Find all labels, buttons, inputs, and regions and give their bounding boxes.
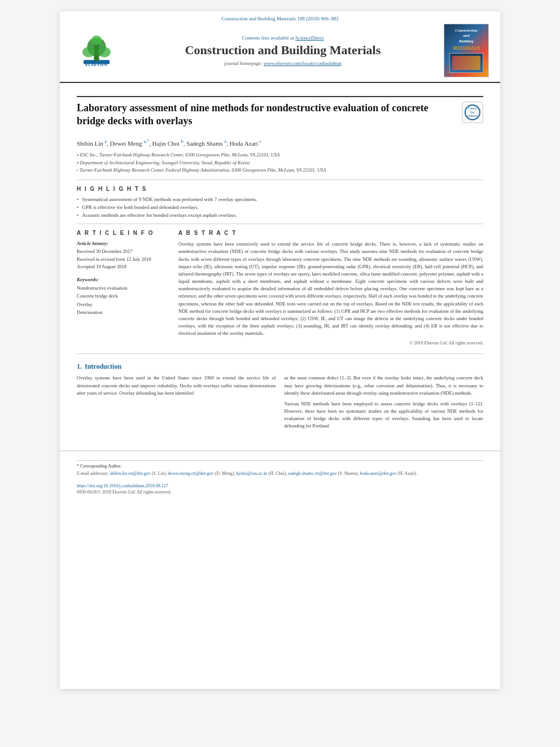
cover-title-construction: Construction and Building <box>455 28 477 43</box>
article-title: Laboratory assessment of nine methods fo… <box>77 102 456 128</box>
keywords-section: Keywords: Nondestructive evaluation Conc… <box>77 277 170 317</box>
aff-sup-c: c <box>77 167 78 173</box>
affiliation-c: c Turner-Fairbank Highway Research Cente… <box>77 167 483 174</box>
article-history: Article history: Received 30 December 20… <box>77 241 170 271</box>
article-history-label: Article history: <box>77 241 170 246</box>
highlight-text-3: Acoustic methods are effective for bonde… <box>82 212 237 218</box>
article-info-header: A R T I C L E I N F O <box>77 230 170 236</box>
highlight-item-2: • GPR is effective for both bonded and d… <box>77 204 483 210</box>
elsevier-tree-icon: ELSEVIER <box>77 34 116 68</box>
affiliation-c-text: Turner-Fairbank Highway Research Center,… <box>80 167 326 174</box>
affiliation-b: b Department of Architectural Engineerin… <box>77 159 483 167</box>
corresponding-note: * Corresponding Author. <box>77 464 483 469</box>
received-date: Received 30 December 2017 <box>77 248 170 256</box>
introduction-section: 1. Introduction Overlay systems have bee… <box>77 362 483 433</box>
doi-link[interactable]: https://doi.org/10.1016/j.conbuildmat.20… <box>77 483 168 488</box>
highlight-item-1: • Systematical assessment of 9 NDE metho… <box>77 196 483 202</box>
intro-col-left: Overlay systems have been used in the Un… <box>77 374 276 433</box>
aff-sup-a: a <box>77 152 79 158</box>
intro-section-title: Introduction <box>85 362 121 371</box>
email-dewei-name: (D. Meng), <box>215 471 235 476</box>
journal-homepage: journal homepage: www.elsevier.com/locat… <box>128 60 438 66</box>
check-updates-badge: Checkforupdates <box>462 102 483 123</box>
journal-title: Construction and Building Materials <box>128 43 438 58</box>
sciencedirect-link: Contents lists available at ScienceDirec… <box>128 35 438 41</box>
sup-c: c <box>260 139 262 144</box>
intro-para-1: Overlay systems have been used in the Un… <box>77 374 276 397</box>
check-updates-icon: Checkforupdates <box>465 104 480 120</box>
highlight-text-2: GPR is effective for both bonded and deb… <box>82 204 199 210</box>
email-label: E-mail addresses: <box>77 471 109 476</box>
journal-center: Contents lists available at ScienceDirec… <box>122 35 444 65</box>
email-hoda-name: (H. Azari). <box>397 471 417 476</box>
intro-col-right: as the most common defect [1–3]. But eve… <box>285 374 484 433</box>
highlight-text-1: Systematical assessment of 9 NDE methods… <box>82 196 257 202</box>
email-dewei[interactable]: dewei.meng.ctr@dot.gov <box>168 471 214 476</box>
highlight-item-3: • Acoustic methods are effective for bon… <box>77 212 483 218</box>
sup-a2: a,* <box>143 139 149 144</box>
journal-cover-image: Construction and Building MATERIALS <box>444 24 489 77</box>
affiliation-a: a ESC Inc., Turner-Fairbank Highway Rese… <box>77 151 483 159</box>
authors-line: Shibin Lin a, Dewei Meng a,*, Hajin Choi… <box>77 138 483 148</box>
keywords-label: Keywords: <box>77 277 170 282</box>
elsevier-logo: ELSEVIER <box>71 34 122 68</box>
page-footer: * Corresponding Author. E-mail addresses… <box>60 451 500 500</box>
keyword-3: Overlay <box>77 300 170 308</box>
sup-b: b <box>181 139 183 144</box>
abstract-col: A B S T R A C T Overlay systems have bee… <box>178 230 483 346</box>
svg-point-5 <box>91 35 102 45</box>
bullet-2: • <box>77 204 78 210</box>
aff-sup-b: b <box>77 160 79 166</box>
article-info-abstract-section: A R T I C L E I N F O Article history: R… <box>77 230 483 346</box>
received-revised-date: Received in revised form 12 July 2018 <box>77 256 170 264</box>
affiliations: a ESC Inc., Turner-Fairbank Highway Rese… <box>77 151 483 174</box>
highlights-header: H I G H L I G H T S <box>77 186 483 192</box>
keyword-4: Deterioration <box>77 308 170 316</box>
intro-section-number: 1. <box>77 362 82 371</box>
journal-header: Construction and Building Materials 188 … <box>60 11 500 83</box>
academic-paper-page: Construction and Building Materials 188 … <box>60 11 500 689</box>
email-sadegh[interactable]: sadegh.shams.ctr@dot.gov <box>288 471 336 476</box>
svg-text:ELSEVIER: ELSEVIER <box>85 63 107 67</box>
copyright: © 2018 Elsevier Ltd. All rights reserved… <box>178 340 483 346</box>
abstract-header: A B S T R A C T <box>178 230 483 236</box>
highlights-list: • Systematical assessment of 9 NDE metho… <box>77 196 483 218</box>
sciencedirect-url[interactable]: ScienceDirect <box>295 35 323 41</box>
article-body: Laboratory assessment of nine methods fo… <box>60 83 500 442</box>
intro-two-col: Overlay systems have been used in the Un… <box>77 374 483 433</box>
intro-para-2: as the most common defect [1–3]. But eve… <box>285 374 484 397</box>
abstract-text: Overlay systems have been extensively us… <box>178 241 483 337</box>
email-shibin-name: (S. Lin), <box>152 471 167 476</box>
email-hoda[interactable]: hoda.azari@dot.gov <box>360 471 397 476</box>
cover-title-materials: MATERIALS <box>453 46 480 51</box>
svg-point-3 <box>82 47 95 57</box>
email-hajin[interactable]: hjchoi@ssu.ac.kr <box>236 471 267 476</box>
affiliation-b-text: Department of Architectural Engineering,… <box>80 159 250 167</box>
svg-point-4 <box>98 47 111 57</box>
email-addresses: E-mail addresses: shibin.lin.ctr@dot.gov… <box>77 470 483 477</box>
email-shibin[interactable]: shibin.lin.ctr@dot.gov <box>110 471 151 476</box>
keyword-1: Nondestructive evaluation <box>77 284 170 292</box>
journal-homepage-url[interactable]: www.elsevier.com/locate/conbuildmat <box>264 60 342 66</box>
bullet-1: • <box>77 196 78 202</box>
email-sadegh-name: (S. Shams), <box>338 471 359 476</box>
email-hajin-name: (H. Choi), <box>269 471 287 476</box>
issn-line: 0950-0618/© 2018 Elsevier Ltd. All right… <box>77 490 483 495</box>
affiliation-a-text: ESC Inc., Turner-Fairbank Highway Resear… <box>80 151 280 159</box>
intro-para-3: Various NDE methods have been employed t… <box>285 400 484 430</box>
bullet-3: • <box>77 212 78 218</box>
sup-a3: a <box>225 139 227 144</box>
journal-citation[interactable]: Construction and Building Materials 188 … <box>71 16 489 21</box>
article-info-col: A R T I C L E I N F O Article history: R… <box>77 230 170 346</box>
keyword-2: Concrete bridge deck <box>77 292 170 300</box>
sup-a: a <box>105 139 107 144</box>
accepted-date: Accepted 19 August 2018 <box>77 263 170 271</box>
